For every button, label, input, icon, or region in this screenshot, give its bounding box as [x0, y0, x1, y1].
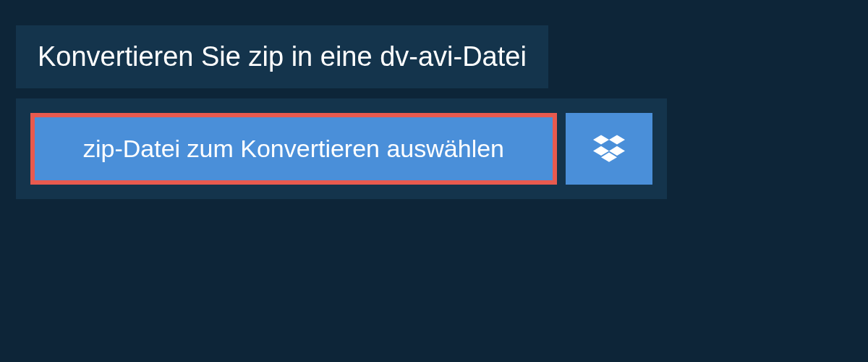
page-title-bar: Konvertieren Sie zip in eine dv-avi-Date… [16, 25, 548, 88]
dropbox-button[interactable] [566, 113, 652, 185]
select-file-label: zip-Datei zum Konvertieren auswählen [83, 135, 504, 163]
page-title: Konvertieren Sie zip in eine dv-avi-Date… [38, 41, 527, 72]
upload-panel: zip-Datei zum Konvertieren auswählen [16, 98, 667, 199]
select-file-button[interactable]: zip-Datei zum Konvertieren auswählen [30, 113, 557, 185]
dropbox-icon [593, 132, 625, 167]
